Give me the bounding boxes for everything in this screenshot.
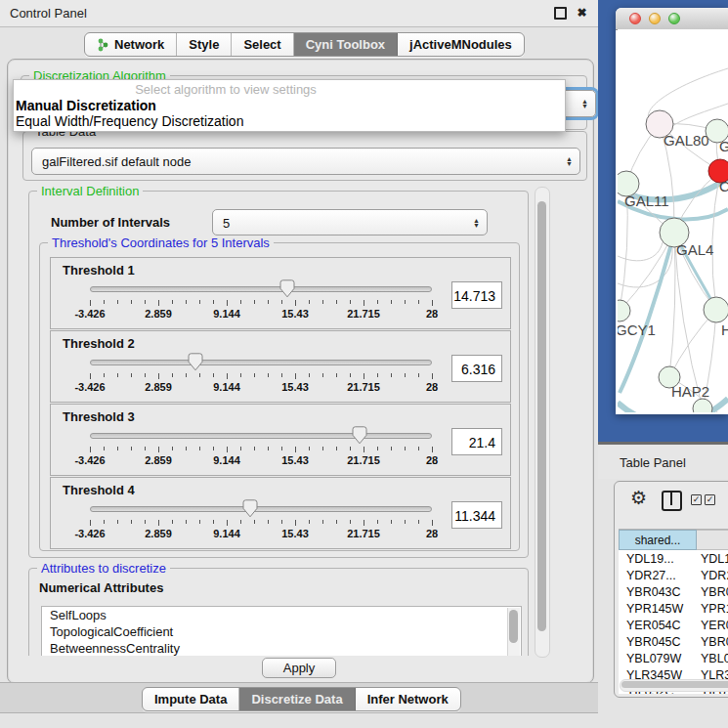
attribute-item-topologicalcoefficient[interactable]: TopologicalCoefficient [42,623,521,640]
attributes-list-scrollbar [507,608,520,656]
algorithm-option-equal-width-frequency[interactable]: Equal Width/Frequency Discretization [16,113,243,129]
slider-tick [227,447,228,452]
tab-select[interactable]: Select [232,33,293,56]
network-window-titlebar [616,8,728,30]
network-canvas[interactable]: GAL80G.CGAL11GAL4GCY1HHAP2 [618,29,728,412]
tab-style[interactable]: Style [177,33,232,56]
table-row[interactable]: YBR043CYBR0 [619,584,728,601]
number-of-intervals-combo[interactable]: 5 ▲▼ [212,209,488,236]
window-title: Control Panel [10,6,87,21]
slider-track[interactable] [90,360,432,365]
tab-cyni-toolbox[interactable]: Cyni Toolbox [294,33,398,56]
column-header-name[interactable]: na [697,530,728,550]
threshold-panel-1: Threshold 1-3.4262.8599.14415.4321.71528… [50,257,511,329]
minimize-traffic-light[interactable] [649,13,661,24]
slider-tick [391,373,392,377]
cyni-toolbox-panel: Discretization Algorithm ▲▼ Table Data g… [7,59,594,684]
control-panel-window: Control Panel ✖ NetworkStyleSelectCyni T… [0,0,598,728]
threshold-panel-3: Threshold 3-3.4262.8599.14415.4321.71528… [50,404,511,476]
attributes-list-scrollbar-thumb[interactable] [509,610,518,643]
slider-handle[interactable] [242,499,258,518]
slider-tick [199,520,200,524]
combo-stepper-icon: ▲▼ [581,99,588,108]
slider-tick [268,447,269,450]
threshold-value-field-3[interactable]: 21.4 [451,428,502,455]
settings-scroll-viewport: Interval Definition Number of Intervals … [21,187,532,656]
slider-tick [295,447,296,452]
network-node-label: HAP2 [671,383,709,400]
table-row[interactable]: YDL19...YDL1 [619,551,728,568]
slider-handle[interactable] [279,279,295,298]
slider-tick [377,520,378,524]
slider-tick [172,300,173,304]
gear-icon[interactable]: ⚙ [630,487,647,509]
algorithm-popup: Select algorithm to view settings Manual… [13,79,566,132]
slider-tick [240,447,241,450]
table-hscrollbar-thumb[interactable] [621,681,728,688]
network-node-gcy1[interactable] [618,300,630,321]
apply-button[interactable]: Apply [262,658,336,678]
checked-checkbox-icon[interactable]: ✓ [691,494,702,505]
slider-track[interactable] [90,433,432,439]
slider-track[interactable] [90,506,432,512]
slider-tick [104,300,105,304]
checked-checkbox-icon[interactable]: ✓ [705,494,715,505]
cell-name: YDR2 [701,568,728,584]
slider-tick [295,300,296,306]
algorithm-option-manual-discretization[interactable]: Manual Discretization [16,98,156,113]
slider-tick [158,373,159,379]
split-table-icon[interactable] [662,491,682,511]
slider-tick [377,373,378,377]
threshold-value-field-4[interactable]: 11.344 [451,501,502,529]
attribute-item-selfloops[interactable]: SelfLoops [42,607,521,623]
slider-tick [418,300,419,304]
threshold-value-field-2[interactable]: 6.316 [451,355,502,382]
thresholds-group-title: Threshold's Coordinates for 5 Intervals [48,236,274,250]
table-row[interactable]: YBR045CYBR0 [619,634,728,651]
tab-impute-data[interactable]: Impute Data [143,688,239,710]
cell-shared-name: YBL079W [626,651,681,667]
slider-tick-label: 15.43 [281,528,309,539]
slider-tick [295,373,296,379]
zoom-traffic-light[interactable] [668,13,680,24]
slider-tick [336,520,337,524]
attribute-item-betweennesscentrality[interactable]: BetweennessCentrality [42,640,521,656]
slider-tick [364,520,364,526]
slider-tick-label: 28 [426,308,438,320]
settings-scrollbar-thumb[interactable] [537,201,546,631]
close-traffic-light[interactable] [629,13,641,24]
slider-tick [405,447,406,450]
table-row[interactable]: YDR27...YDR2 [619,568,728,584]
slider-handle[interactable] [188,353,203,371]
slider-tick-label: 9.144 [213,454,240,466]
slider-tick-label: -3.426 [74,308,105,320]
slider-tick [432,300,433,306]
column-header-shared[interactable]: shared... [619,530,697,550]
threshold-value-field-1[interactable]: 14.713 [451,281,502,309]
network-node-h[interactable] [704,297,728,322]
close-window-icon[interactable]: ✖ [576,7,588,20]
table-data-combo[interactable]: galFiltered.sif default node ▲▼ [31,148,580,175]
float-window-glyph [554,7,567,20]
tab-infer-network[interactable]: Infer Network [356,688,460,710]
slider-tick [254,300,255,304]
threshold-slider-1: -3.4262.8599.14415.4321.71528 [90,279,432,324]
slider-tick [186,447,187,450]
network-node-b[interactable] [693,399,712,412]
slider-tick [172,520,173,524]
slider-tick-label: 21.715 [347,454,380,466]
threshold-panel-4: Threshold 4-3.4262.8599.14415.4321.71528… [50,477,511,549]
slider-tick-label: 2.859 [145,381,172,393]
slider-track[interactable] [90,286,432,292]
table-row[interactable]: YER054CYER0 [619,618,728,634]
tab-label: Cyni Toolbox [306,37,385,52]
slider-handle[interactable] [352,426,367,445]
table-row[interactable]: YBL079WYBL0 [619,651,728,667]
threshold-label: Threshold 1 [63,263,135,278]
tab-jactivemnodules[interactable]: jActiveMNodules [398,33,524,56]
slider-tick [350,373,351,377]
tab-network[interactable]: Network [85,33,177,56]
table-row[interactable]: YPR145WYPR1 [619,601,728,618]
tab-discretize-data[interactable]: Discretize Data [239,688,355,710]
float-window-icon[interactable] [554,7,567,20]
